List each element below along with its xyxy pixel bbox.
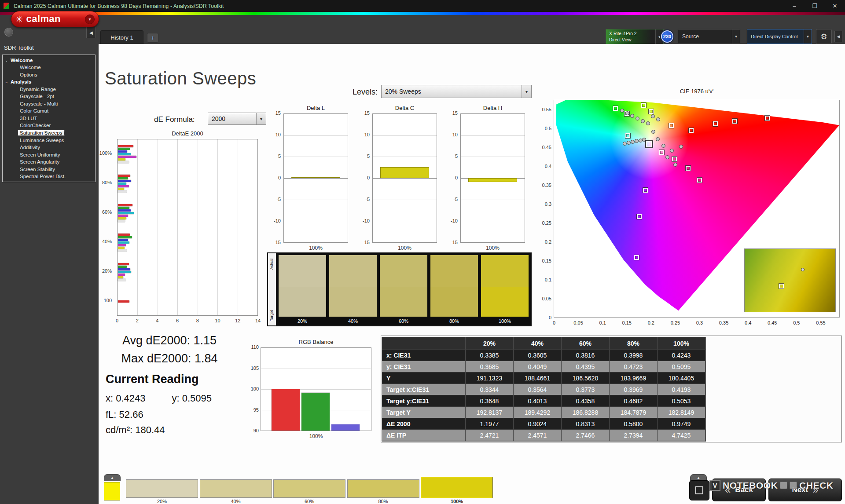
chevron-down-icon[interactable]: ▾ bbox=[85, 15, 95, 24]
add-tab-button[interactable]: + bbox=[147, 33, 158, 43]
chevron-down-icon[interactable]: ▾ bbox=[804, 29, 812, 44]
source-dropdown[interactable]: Source ▾ bbox=[678, 29, 740, 44]
sidebar-item-spectral-power-dist[interactable]: Spectral Power Dist. bbox=[3, 173, 95, 180]
patch-window-toggle-left[interactable]: ▲ bbox=[104, 474, 121, 481]
delta-plot bbox=[460, 113, 525, 243]
patch-display-button[interactable] bbox=[689, 480, 709, 500]
tab-history-1[interactable]: History 1 bbox=[100, 30, 143, 44]
max-de2000: Max dE2000: 1.84 bbox=[106, 352, 233, 365]
sidebar-group-analysis[interactable]: ⌄Analysis bbox=[3, 78, 95, 85]
cell-value: 0.9024 bbox=[514, 418, 562, 430]
x-tick-label: 0.2 bbox=[643, 320, 658, 325]
actual-swatch bbox=[329, 255, 377, 287]
table-row: ΔE 20001.19770.90240.83130.58000.9749 bbox=[382, 418, 705, 430]
patch-button-40[interactable] bbox=[200, 479, 272, 498]
sidebar-item-screen-uniformity[interactable]: Screen Uniformity bbox=[3, 151, 95, 158]
sidebar-item-grayscale-multi[interactable]: Grayscale - Multi bbox=[3, 100, 95, 107]
table-row: Y191.1323188.4661186.5620183.9669180.440… bbox=[382, 373, 705, 384]
current-cd: cd/m²: 180.44 bbox=[106, 424, 165, 436]
chevron-down-icon[interactable]: ▾ bbox=[256, 113, 266, 124]
gridline bbox=[461, 135, 525, 136]
cell-value: 0.4682 bbox=[610, 395, 658, 407]
collapse-sidebar-button[interactable]: ◀ bbox=[86, 27, 96, 38]
collapse-right-panel-button[interactable]: ◀ bbox=[834, 31, 842, 42]
swatch-column-20: 20% bbox=[279, 255, 326, 325]
display-control-dropdown[interactable]: Direct Display Control ▾ bbox=[747, 29, 812, 44]
gridline bbox=[461, 221, 525, 221]
cell-value: 0.4395 bbox=[562, 361, 610, 373]
sidebar-item-3d-lut[interactable]: 3D LUT bbox=[3, 115, 95, 122]
sidebar-item-grayscale-2pt[interactable]: Grayscale - 2pt bbox=[3, 93, 95, 100]
y-tick-label: 10 bbox=[445, 132, 458, 137]
back-button[interactable]: « Back bbox=[712, 478, 766, 501]
bar bbox=[118, 148, 130, 150]
current-patch-preview[interactable] bbox=[104, 482, 120, 500]
next-button[interactable]: Next » bbox=[768, 478, 842, 501]
measurement-marker bbox=[651, 114, 655, 118]
workflow-options-button[interactable] bbox=[4, 28, 13, 37]
target-marker bbox=[689, 128, 694, 133]
patch-button-60[interactable] bbox=[273, 479, 345, 498]
cell-value: 2.4721 bbox=[466, 430, 514, 441]
column-header: 80% bbox=[610, 337, 658, 350]
y-tick-label: 95 bbox=[242, 407, 259, 413]
sidebar-item-welcome[interactable]: Welcome bbox=[3, 64, 95, 71]
x-tick-label: 0.3 bbox=[692, 320, 707, 325]
bar bbox=[118, 239, 128, 241]
column-header: 40% bbox=[514, 337, 562, 350]
cell-value: 0.3564 bbox=[514, 384, 562, 395]
patch-button-100[interactable] bbox=[421, 477, 493, 498]
sidebar-item-options[interactable]: Options bbox=[3, 71, 95, 78]
row-label: ΔE 2000 bbox=[382, 418, 466, 430]
sidebar-item-dynamic-range[interactable]: Dynamic Range bbox=[3, 86, 95, 93]
sidebar-item-label: Screen Stability bbox=[18, 167, 57, 172]
y-tick-label: 0.25 bbox=[535, 220, 551, 226]
sidebar-item-colorchecker[interactable]: ColorChecker bbox=[3, 122, 95, 129]
chevron-down-icon: ⌄ bbox=[5, 58, 11, 62]
actual-label: Actual bbox=[269, 259, 274, 270]
calman-logo-button[interactable]: ✳ calman ▾ bbox=[11, 11, 99, 27]
chevron-down-icon[interactable]: ▾ bbox=[522, 85, 531, 98]
meter-dropdown[interactable]: X-Rite i1Pro 2 Direct View ▾ bbox=[606, 29, 664, 45]
green-bar bbox=[301, 393, 330, 431]
gridline bbox=[238, 139, 238, 315]
bar bbox=[118, 234, 130, 236]
square-icon bbox=[695, 486, 703, 494]
gear-icon[interactable]: ⚙ bbox=[816, 29, 832, 44]
sidebar-item-saturation-sweeps[interactable]: Saturation Sweeps bbox=[3, 129, 95, 136]
target-marker bbox=[779, 284, 784, 289]
x-category-label: 100% bbox=[283, 245, 348, 251]
sidebar-item-luminance-sweeps[interactable]: Luminance Sweeps bbox=[3, 137, 95, 144]
next-label: Next bbox=[792, 486, 808, 494]
bar bbox=[118, 300, 129, 303]
swatch-label: 40% bbox=[329, 317, 377, 325]
bar bbox=[118, 185, 129, 187]
close-button[interactable]: ✕ bbox=[825, 0, 845, 12]
y-tick-label: 0.45 bbox=[535, 145, 551, 150]
sidebar-item-screen-angularity[interactable]: Screen Angularity bbox=[3, 158, 95, 165]
y-tick-label: 15 bbox=[356, 110, 370, 116]
bar bbox=[118, 161, 129, 163]
minimize-button[interactable]: – bbox=[784, 0, 805, 12]
x-tick-label: 0.4 bbox=[741, 320, 756, 325]
gridline bbox=[217, 139, 218, 315]
de-formula-label: dE Formula: bbox=[154, 115, 195, 124]
de-formula-value: 2000 bbox=[208, 113, 256, 124]
levels-select[interactable]: 20% Sweeps ▾ bbox=[381, 85, 532, 98]
maximize-button[interactable]: ❐ bbox=[805, 0, 825, 12]
sidebar-group-welcome[interactable]: ⌄Welcome bbox=[3, 57, 95, 64]
sidebar-item-screen-stability[interactable]: Screen Stability bbox=[3, 166, 95, 173]
gridline bbox=[373, 135, 437, 136]
patch-button-20[interactable] bbox=[126, 479, 198, 498]
y-tick-label: 0 bbox=[445, 175, 458, 180]
patch-button-80[interactable] bbox=[347, 479, 419, 498]
chevron-down-icon[interactable]: ▾ bbox=[732, 29, 740, 44]
results-table-panel: 20%40%60%80%100%x: CIE310.33850.36050.38… bbox=[381, 336, 842, 442]
sidebar-item-additivity[interactable]: Additivity bbox=[3, 144, 95, 151]
x-tick-label: 4 bbox=[153, 318, 161, 323]
table-row: Target x:CIE310.33440.35640.37730.39690.… bbox=[382, 384, 705, 395]
sidebar-item-color-gamut[interactable]: Color Gamut bbox=[3, 107, 95, 114]
meter-count-badge: 230 bbox=[661, 30, 673, 43]
de-formula-select[interactable]: 2000 ▾ bbox=[208, 113, 266, 125]
y-tick-label: 40% bbox=[102, 239, 112, 244]
